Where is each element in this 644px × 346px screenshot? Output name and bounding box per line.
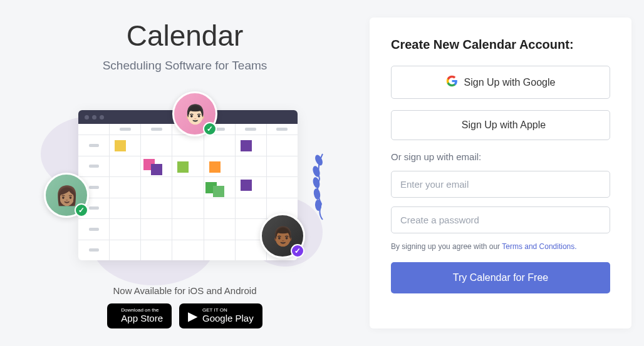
- svg-point-3: [313, 188, 321, 200]
- avatar-illustration: 👨🏻 ✓: [172, 91, 217, 136]
- google-play-button[interactable]: ▶ GET IT ON Google Play: [179, 303, 262, 328]
- check-icon: ✓: [291, 244, 304, 258]
- signup-panel: Create New Calendar Account: Sign Up wit…: [370, 18, 631, 328]
- svg-point-1: [311, 165, 321, 178]
- signup-google-label: Sign Up with Google: [464, 77, 556, 88]
- app-subtitle: Scheduling Software for Teams: [103, 59, 267, 73]
- svg-point-4: [314, 200, 322, 211]
- hero-illustration: 👨🏻 ✓ 👩🏽 ✓ 👨🏾 ✓: [53, 91, 316, 273]
- terms-link[interactable]: Terms and Conditions.: [502, 242, 576, 251]
- google-play-icon: ▶: [188, 308, 197, 323]
- app-store-button[interactable]: Download on the App Store: [107, 303, 172, 328]
- store-big-text: Google Play: [202, 313, 254, 324]
- app-title: Calendar: [127, 19, 244, 53]
- email-field[interactable]: [391, 171, 610, 198]
- availability-text: Now Available for iOS and Android: [113, 285, 256, 296]
- signup-apple-label: Sign Up with Apple: [462, 120, 546, 131]
- signup-title: Create New Calendar Account:: [391, 38, 610, 52]
- hero-panel: Calendar Scheduling Software for Teams: [0, 0, 370, 346]
- laurel-icon: [310, 148, 335, 223]
- email-divider-text: Or sign up with email:: [391, 151, 610, 162]
- check-icon: ✓: [203, 122, 217, 136]
- avatar-illustration: 👨🏾 ✓: [260, 213, 305, 258]
- try-free-button[interactable]: Try Calendar for Free: [391, 262, 610, 293]
- signup-google-button[interactable]: Sign Up with Google: [391, 66, 610, 99]
- check-icon: ✓: [75, 203, 88, 217]
- signup-apple-button[interactable]: Sign Up with Apple: [391, 110, 610, 140]
- password-field[interactable]: [391, 206, 610, 233]
- terms-text: By signing up you agree with our Terms a…: [391, 242, 610, 251]
- google-icon: [446, 75, 458, 89]
- terms-prefix: By signing up you agree with our: [391, 242, 502, 251]
- store-big-text: App Store: [121, 313, 163, 324]
- avatar-illustration: 👩🏽 ✓: [44, 173, 89, 218]
- store-small-text: GET IT ON: [202, 308, 254, 313]
- store-small-text: Download on the: [121, 308, 163, 313]
- svg-point-0: [314, 154, 325, 167]
